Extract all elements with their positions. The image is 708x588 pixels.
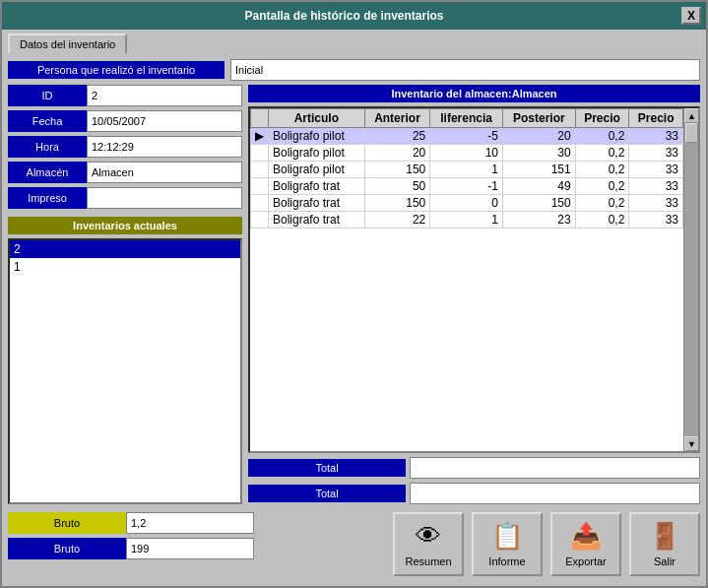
- row-arrow: ▶: [251, 128, 269, 145]
- row-arrow: [251, 162, 269, 178]
- fecha-input[interactable]: [87, 110, 242, 132]
- exportar-label: Exportar: [565, 555, 607, 567]
- total-row-1: Total: [248, 457, 700, 479]
- table-row[interactable]: Boligrafo trat 22 1 23 0,2 33: [251, 212, 683, 229]
- row-arrow: [251, 212, 269, 229]
- cell-precio1: 0,2: [575, 178, 629, 195]
- informe-icon: 📋: [491, 521, 523, 552]
- col-precio1: Precio: [575, 109, 629, 128]
- cell-posterior: 20: [502, 128, 575, 145]
- cell-diferencia: 1: [430, 212, 503, 229]
- almacen-row: Almacén: [8, 162, 242, 183]
- scroll-track: [684, 123, 698, 436]
- cell-diferencia: 0: [430, 195, 503, 212]
- total-input-2[interactable]: [410, 483, 700, 504]
- id-input[interactable]: [87, 85, 242, 106]
- row-arrow: [251, 195, 269, 212]
- impreso-row: Impreso: [8, 187, 242, 209]
- cell-anterior: 150: [364, 195, 430, 212]
- resumen-label: Resumen: [405, 555, 451, 567]
- cell-anterior: 22: [364, 212, 430, 229]
- cell-posterior: 49: [502, 178, 575, 195]
- cell-anterior: 20: [364, 145, 430, 162]
- salir-button[interactable]: 🚪 Salir: [629, 512, 700, 576]
- exportar-button[interactable]: 📤 Exportar: [550, 512, 621, 576]
- informe-button[interactable]: 📋 Informe: [472, 512, 543, 576]
- resumen-button[interactable]: 👁 Resumen: [393, 512, 464, 576]
- bruto-label-2: Bruto: [8, 538, 126, 559]
- window-title: Pantalla de histórico de inventarios: [7, 9, 681, 23]
- cell-anterior: 50: [364, 178, 430, 195]
- cell-diferencia: 1: [430, 162, 503, 178]
- person-input[interactable]: [230, 59, 700, 81]
- cell-articulo: Boligrafo pilot: [269, 128, 365, 145]
- table-row[interactable]: Boligrafo pilot 20 10 30 0,2 33: [251, 145, 683, 162]
- cell-precio1: 0,2: [575, 212, 629, 229]
- table-container: Articulo Anterior liferencia Posterior P…: [248, 106, 700, 453]
- cell-precio1: 0,2: [575, 145, 629, 162]
- row-arrow: [251, 178, 269, 195]
- almacen-input[interactable]: [87, 162, 242, 183]
- cell-precio2: 33: [629, 162, 683, 178]
- table-row[interactable]: Boligrafo pilot 150 1 151 0,2 33: [251, 162, 683, 178]
- cell-precio2: 33: [629, 128, 683, 145]
- cell-posterior: 30: [502, 145, 575, 162]
- cell-diferencia: -1: [430, 178, 503, 195]
- bruto-row-1: Bruto: [8, 512, 254, 534]
- col-articulo: Articulo: [269, 109, 365, 128]
- fecha-label: Fecha: [8, 110, 87, 132]
- id-label: ID: [8, 85, 87, 106]
- impreso-input[interactable]: [87, 187, 242, 209]
- bottom-area: Bruto Bruto 👁 Resumen 📋 Informe: [8, 508, 700, 580]
- main-area: ID Fecha Hora Almacén Impreso: [8, 85, 700, 504]
- table-row[interactable]: Boligrafo trat 150 0 150 0,2 33: [251, 195, 683, 212]
- right-panel: Inventario del almacen:Almacen Articulo …: [248, 85, 700, 504]
- person-label: Persona que realizó el inventario: [8, 61, 225, 79]
- total-input-1[interactable]: [410, 457, 700, 479]
- inventarios-header: Inventarios actuales: [8, 217, 242, 234]
- cell-precio1: 0,2: [575, 162, 629, 178]
- hora-label: Hora: [8, 136, 87, 158]
- bruto-input-2[interactable]: [126, 538, 254, 559]
- table-row[interactable]: Boligrafo trat 50 -1 49 0,2 33: [251, 178, 683, 195]
- cell-articulo: Boligrafo trat: [269, 178, 365, 195]
- row-arrow: [251, 145, 269, 162]
- inventory-table: Articulo Anterior liferencia Posterior P…: [250, 108, 683, 229]
- hora-input[interactable]: [87, 136, 242, 158]
- left-panel: ID Fecha Hora Almacén Impreso: [8, 85, 242, 504]
- cell-anterior: 150: [364, 162, 430, 178]
- close-button[interactable]: X: [681, 7, 701, 25]
- title-bar: Pantalla de histórico de inventarios X: [2, 2, 706, 30]
- scroll-up-arrow[interactable]: ▲: [684, 108, 699, 123]
- cell-precio2: 33: [629, 145, 683, 162]
- scrollbar-vertical[interactable]: ▲ ▼: [683, 108, 698, 451]
- list-item[interactable]: 2: [10, 240, 240, 258]
- col-diferencia: liferencia: [430, 109, 503, 128]
- bruto-label-1: Bruto: [8, 512, 126, 534]
- col-anterior: Anterior: [364, 109, 430, 128]
- col-arrow: [251, 109, 269, 128]
- cell-posterior: 151: [502, 162, 575, 178]
- tab-bar: Datos del inventario: [2, 30, 706, 53]
- inventarios-list[interactable]: 2 1: [8, 238, 242, 504]
- list-item[interactable]: 1: [10, 258, 240, 276]
- bruto-section: Bruto Bruto: [8, 512, 254, 559]
- tab-datos-inventario[interactable]: Datos del inventario: [8, 33, 127, 53]
- cell-articulo: Boligrafo pilot: [269, 145, 365, 162]
- cell-precio1: 0,2: [575, 195, 629, 212]
- bruto-input-1[interactable]: [126, 512, 254, 534]
- scroll-down-arrow[interactable]: ▼: [684, 436, 699, 451]
- cell-precio2: 33: [629, 178, 683, 195]
- salir-label: Salir: [654, 555, 676, 567]
- total-label-2: Total: [248, 485, 406, 502]
- salir-icon: 🚪: [649, 521, 680, 552]
- fecha-row: Fecha: [8, 110, 242, 132]
- exportar-icon: 📤: [570, 521, 602, 552]
- scroll-thumb[interactable]: [685, 123, 698, 143]
- hora-row: Hora: [8, 136, 242, 158]
- cell-articulo: Boligrafo trat: [269, 212, 365, 229]
- cell-posterior: 23: [502, 212, 575, 229]
- almacen-label: Almacén: [8, 162, 87, 183]
- cell-diferencia: -5: [430, 128, 503, 145]
- table-row[interactable]: ▶ Boligrafo pilot 25 -5 20 0,2 33: [251, 128, 683, 145]
